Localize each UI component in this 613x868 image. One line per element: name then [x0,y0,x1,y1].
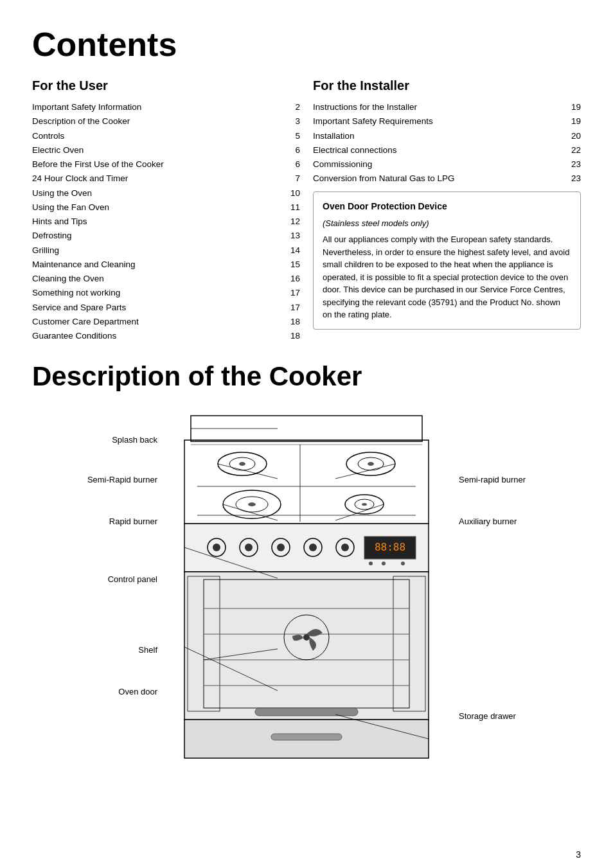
toc-item-page: 20 [562,130,581,143]
installer-toc-list: Instructions for the Installer19Importan… [313,100,581,186]
info-box-subtitle: (Stainless steel models only) [323,217,571,230]
page-title: Contents [32,19,581,69]
toc-item-name: Instructions for the Installer [313,101,562,114]
svg-rect-34 [184,572,429,720]
svg-point-11 [248,502,256,506]
toc-row: Cleaning the Oven16 [32,272,300,286]
toc-row: Important Safety Requirements19 [313,114,581,128]
toc-item-page: 2 [281,101,300,114]
toc-item-page: 7 [281,172,300,185]
toc-item-name: Electric Oven [32,144,281,157]
svg-point-20 [213,544,220,551]
toc-item-name: Customer Care Department [32,315,281,328]
toc-row: Using the Fan Oven11 [32,200,300,215]
toc-item-name: Using the Fan Oven [32,201,281,214]
svg-point-24 [277,544,285,551]
toc-item-name: Maintenance and Cleaning [32,258,281,271]
toc-item-page: 19 [562,115,581,128]
toc-item-page: 22 [562,144,581,157]
toc-row: Guarantee Conditions18 [32,329,300,343]
toc-row: Maintenance and Cleaning15 [32,258,300,272]
toc-item-page: 5 [281,130,300,143]
toc-row: Conversion from Natural Gas to LPG23 [313,172,581,186]
toc-item-page: 18 [281,315,300,328]
svg-point-32 [382,562,386,565]
label-oven-door: Oven door [118,686,157,698]
svg-point-28 [341,544,349,551]
toc-item-page: 14 [281,244,300,257]
toc-item-page: 16 [281,272,300,285]
for-user-section: For the User Important Safety Informatio… [32,76,300,343]
description-heading: Description of the Cooker [32,356,581,396]
svg-rect-44 [255,708,358,716]
user-toc-list: Important Safety Information2Description… [32,100,300,343]
toc-item-name: Grilling [32,244,281,257]
toc-item-page: 12 [281,215,300,228]
toc-row: Before the First Use of the Cooker6 [32,157,300,172]
toc-item-page: 18 [281,330,300,342]
info-box: Oven Door Protection Device (Stainless s… [313,191,581,330]
toc-row: Instructions for the Installer19 [313,100,581,114]
svg-point-22 [245,544,253,551]
toc-row: Defrosting13 [32,229,300,243]
toc-row: Controls5 [32,129,300,143]
toc-item-page: 6 [281,144,300,157]
toc-item-name: Cleaning the Oven [32,272,281,285]
toc-item-page: 23 [562,172,581,185]
svg-line-53 [335,464,395,479]
label-semi-rapid-right: Semi-rapid burner [459,474,526,486]
toc-item-name: Conversion from Natural Gas to LPG [313,172,562,185]
toc-item-name: Service and Spare Parts [32,301,281,314]
page-number: 3 [576,848,581,862]
svg-text:88:88: 88:88 [375,541,405,553]
toc-item-name: Important Safety Requirements [313,115,562,128]
toc-item-name: 24 Hour Clock and Timer [32,172,281,185]
toc-row: Grilling14 [32,244,300,258]
cooker-diagram: Splash back Semi-Rapid burner Rapid burn… [32,409,581,782]
for-installer-section: For the Installer Instructions for the I… [313,76,581,343]
for-installer-heading: For the Installer [313,76,581,95]
label-storage-drawer: Storage drawer [459,710,516,723]
toc-row: Description of the Cooker3 [32,114,300,128]
toc-item-page: 11 [281,201,300,214]
svg-rect-46 [271,734,342,740]
toc-row: Using the Oven10 [32,186,300,200]
toc-item-name: Description of the Cooker [32,115,281,128]
label-rapid-burner: Rapid burner [109,515,157,528]
toc-row: Electric Oven6 [32,143,300,157]
toc-item-page: 6 [281,158,300,171]
toc-item-page: 17 [281,301,300,314]
toc-item-name: Hints and Tips [32,215,281,228]
label-control-panel: Control panel [108,573,157,586]
toc-item-name: Commissioning [313,158,562,171]
toc-item-name: Controls [32,130,281,143]
label-auxiliary-burner: Auxiliary burner [459,515,517,528]
toc-row: Something not working17 [32,286,300,300]
svg-point-5 [239,462,245,466]
svg-line-48 [218,464,278,479]
toc-item-name: Something not working [32,287,281,299]
toc-item-page: 17 [281,287,300,299]
label-splash-back: Splash back [112,434,157,447]
toc-item-page: 23 [562,158,581,171]
toc-item-name: Installation [313,130,562,143]
toc-row: Important Safety Information2 [32,100,300,114]
toc-item-name: Important Safety Information [32,101,281,114]
svg-point-26 [309,544,317,551]
toc-item-page: 13 [281,229,300,242]
toc-item-page: 15 [281,258,300,271]
info-box-text: All our appliances comply with the Europ… [323,233,571,321]
label-semi-rapid-left: Semi-Rapid burner [87,474,157,486]
svg-point-33 [401,562,405,565]
toc-row: Commissioning23 [313,157,581,172]
toc-section: For the User Important Safety Informatio… [32,76,581,343]
toc-item-page: 3 [281,115,300,128]
info-box-title: Oven Door Protection Device [323,200,571,213]
svg-rect-1 [184,440,429,524]
toc-row: Service and Spare Parts17 [32,301,300,315]
toc-item-name: Using the Oven [32,187,281,200]
svg-point-8 [368,462,374,466]
toc-row: 24 Hour Clock and Timer7 [32,172,300,186]
toc-item-page: 19 [562,101,581,114]
toc-row: Installation20 [313,129,581,143]
